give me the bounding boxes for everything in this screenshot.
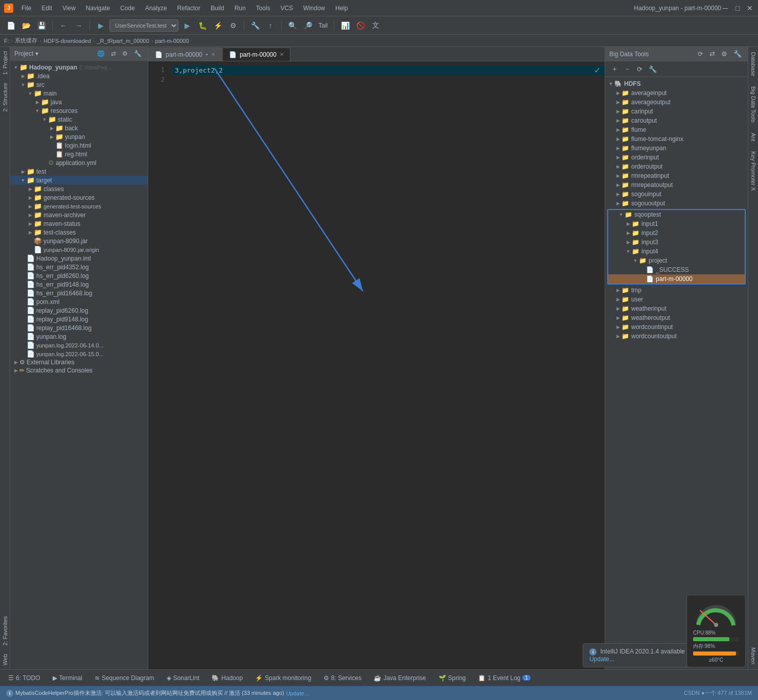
tree-static[interactable]: ▼ 📁 static [10, 115, 148, 124]
breadcrumb-file[interactable]: part-m-00000 [155, 38, 189, 44]
tree-replay1[interactable]: ▶ 📄 replay_pid6260.log [10, 306, 148, 315]
bdt-input3[interactable]: ▶ 📁 input3 [608, 238, 745, 247]
bdt-settings-button[interactable]: ⚙ [719, 49, 729, 59]
debug-button[interactable]: 🐛 [196, 19, 209, 32]
minimize-button[interactable]: ─ [721, 4, 729, 12]
tree-log3[interactable]: ▶ 📄 hs_err_pid9148.log [10, 280, 148, 289]
seq-diagram-tab[interactable]: ≋ Sequence Diagram [90, 672, 158, 684]
tree-generated-sources[interactable]: ▶ 📁 generated-sources [10, 193, 148, 202]
bdt-project[interactable]: ▼ 📁 project [608, 256, 745, 265]
coverage-button[interactable]: ⚡ [211, 19, 224, 32]
maximize-button[interactable]: □ [733, 4, 742, 12]
editor-tab-2[interactable]: 📄 part-m-00000 ✕ [222, 48, 290, 61]
bdt-wordcountinput[interactable]: ▶ 📁 wordcountinput [605, 322, 748, 332]
tree-external-libs[interactable]: ▶ ⚙ External Libraries [10, 358, 148, 366]
menu-help[interactable]: Help [331, 4, 352, 13]
vcs-button[interactable]: 🔧 [248, 19, 262, 32]
editor-content[interactable]: 1 2 3,project2,2 ✓ [148, 61, 605, 669]
ant-tab[interactable]: Ant [749, 128, 758, 147]
project-gear-button[interactable]: 🔧 [132, 49, 144, 58]
tree-reg-html[interactable]: ▶ 📋 reg.html [10, 150, 148, 158]
project-tab[interactable]: 1: Project [1, 47, 10, 79]
close-button[interactable]: ✕ [746, 4, 754, 12]
bdt-refresh-button[interactable]: ⟳ [696, 49, 705, 59]
bdt-input1[interactable]: ▶ 📁 input1 [608, 219, 745, 228]
bdt-wordcountoutput[interactable]: ▶ 📁 wordcountoutput [605, 332, 748, 341]
tree-target[interactable]: ▼ 📁 target [10, 176, 148, 184]
menu-code[interactable]: Code [116, 4, 139, 13]
bdt-user[interactable]: ▶ 📁 user [605, 295, 748, 304]
tree-maven-status[interactable]: ▶ 📁 maven-status [10, 219, 148, 228]
run-config-select[interactable]: UserServiceTest.test [109, 19, 178, 32]
bdt-part-m-00000[interactable]: ▶ 📄 part-m-00000 [608, 274, 745, 284]
tree-jar2[interactable]: ▶ 📄 yunpan-8090.jar.origin [10, 245, 148, 254]
tree-application-yml[interactable]: ▶ ⚙ application.yml [10, 158, 148, 167]
breadcrumb-hdfs[interactable]: HDFS-downloaded [43, 38, 91, 44]
tree-log4[interactable]: ▶ 📄 hs_err_pid16468.log [10, 289, 148, 297]
tree-test[interactable]: ▶ 📁 test [10, 167, 148, 176]
run-config-button[interactable]: ⚙ [226, 19, 240, 32]
tree-back[interactable]: ▶ 📁 back [10, 124, 148, 132]
push-button[interactable]: ↑ [264, 19, 277, 32]
tree-generated-test-sources[interactable]: ▶ 📁 generated-test-sources [10, 202, 148, 211]
menu-refactor[interactable]: Refactor [173, 4, 204, 13]
database-tab[interactable]: Database [749, 47, 758, 81]
project-layout-button[interactable]: ⇄ [109, 49, 118, 58]
find-usages-button[interactable]: 🔎 [301, 19, 314, 32]
new-file-button[interactable]: 📄 [4, 19, 17, 32]
tree-test-classes[interactable]: ▶ 📁 test-classes [10, 228, 148, 237]
menu-edit[interactable]: Edit [37, 4, 56, 13]
menu-file[interactable]: File [17, 4, 35, 13]
bdt-flume-tomcat-nginx[interactable]: ▶ 📁 flume-tomcat-nginx [605, 134, 748, 144]
bdt-sogouinput[interactable]: ▶ 📁 sogouinput [605, 190, 748, 199]
translate-button[interactable]: 文 [369, 19, 382, 32]
bdt-orderinput[interactable]: ▶ 📁 orderinput [605, 153, 748, 162]
menu-navigate[interactable]: Navigate [82, 4, 114, 13]
menu-build[interactable]: Build [206, 4, 228, 13]
maven-tab[interactable]: Maven [749, 642, 758, 669]
open-button[interactable]: 📂 [19, 19, 33, 32]
run-button[interactable]: ▶ [180, 19, 194, 32]
bdt-averageinput[interactable]: ▶ 📁 averageinput [605, 88, 748, 98]
bdt-input4[interactable]: ▼ 📁 input4 [608, 247, 745, 256]
bdt-tool-button[interactable]: 🔧 [731, 49, 744, 59]
menu-tools[interactable]: Tools [252, 4, 274, 13]
tree-pom[interactable]: ▶ 📄 pom.xml [10, 297, 148, 306]
search-button[interactable]: 🔍 [286, 19, 299, 32]
bdt-weatherinput[interactable]: ▶ 📁 weatherinput [605, 304, 748, 313]
bdt-flumeyunpan[interactable]: ▶ 📁 flumeyunpan [605, 144, 748, 153]
bdt-add-button[interactable]: ＋ [609, 63, 620, 75]
tree-log1[interactable]: ▶ 📄 hs_err_pid4352.log [10, 263, 148, 271]
bdt-weatheroutput[interactable]: ▶ 📁 weatheroutput [605, 313, 748, 322]
bdt-tmp[interactable]: ▶ 📁 tmp [605, 286, 748, 295]
favorites-tab[interactable]: 2: Favorites [1, 612, 10, 649]
bdt-remove-button[interactable]: － [622, 63, 633, 75]
tree-src[interactable]: ▼ 📁 src [10, 80, 148, 89]
tree-log2[interactable]: ▶ 📄 hs_err_pid6260.log [10, 271, 148, 280]
tree-scratches[interactable]: ▶ ✏ Scratches and Consoles [10, 366, 148, 375]
menu-window[interactable]: Window [299, 4, 329, 13]
tab1-close[interactable]: ✕ [211, 52, 215, 57]
tree-jar1[interactable]: ▶ 📦 yunpan-8090.jar [10, 237, 148, 245]
big-data-tools-tab[interactable]: Big Data Tools [749, 81, 758, 128]
hadoop-tab[interactable]: 🐘 Hadoop [208, 672, 247, 684]
spring-tab[interactable]: 🌱 Spring [434, 672, 470, 684]
project-options-button[interactable]: 🌐 [95, 49, 107, 58]
web-tab[interactable]: Web [1, 650, 10, 669]
bdt-orderoutput[interactable]: ▶ 📁 orderoutput [605, 162, 748, 171]
terminal-tab[interactable]: ▶ Terminal [49, 672, 86, 684]
sonarlint-tab[interactable]: ◈ SonarLint [163, 672, 203, 684]
bdt-carinput[interactable]: ▶ 📁 carinput [605, 107, 748, 116]
tree-idea[interactable]: ▶ 📁 .idea [10, 72, 148, 80]
todo-tab[interactable]: ☰ 6: TODO [4, 672, 44, 684]
java-enterprise-tab[interactable]: ☕ Java Enterprise [370, 672, 430, 684]
event-log-tab[interactable]: 📋 1 Event Log 1 [474, 672, 535, 684]
tree-yunpan-log-date2[interactable]: ▶ 📄 yunpan.log.2022-06-15.0... [10, 349, 148, 358]
key-promoter-tab[interactable]: Key Promoter X [749, 146, 758, 196]
menu-vcs[interactable]: VCS [277, 4, 297, 13]
bdt-sogououtput[interactable]: ▶ 📁 sogououtput [605, 199, 748, 208]
bdt-reload-button[interactable]: ⟳ [635, 64, 645, 74]
tree-yunpan-log[interactable]: ▶ 📄 yunpan.log [10, 332, 148, 341]
tree-root-hadoop[interactable]: ▼ 📁 Hadoop_yunpan E:\IdeaProj... [10, 63, 148, 72]
bdt-split-button[interactable]: ⇄ [707, 49, 717, 59]
